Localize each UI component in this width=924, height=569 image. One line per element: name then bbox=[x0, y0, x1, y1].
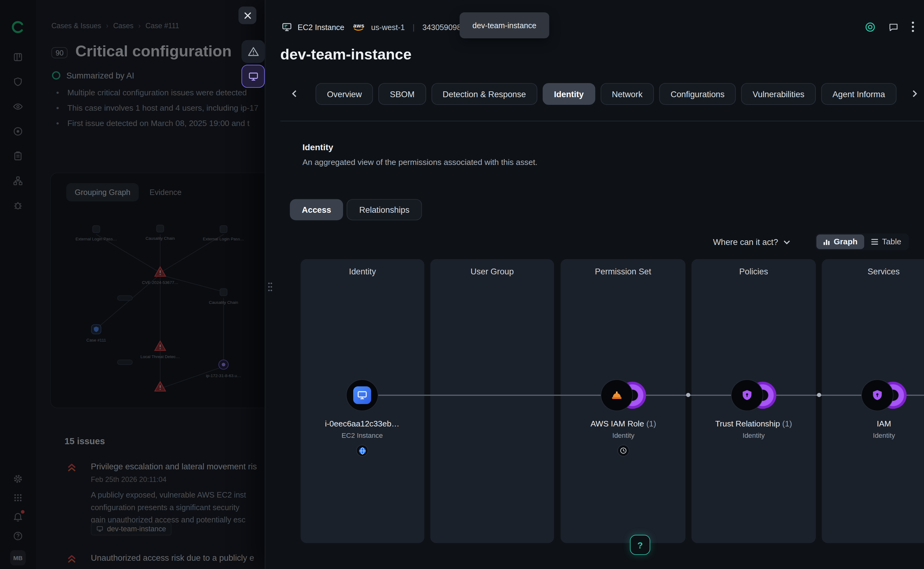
close-drawer-button[interactable] bbox=[239, 6, 256, 24]
where-can-it-act-dropdown[interactable]: Where can it act? bbox=[713, 234, 790, 250]
column-header: User Group bbox=[430, 259, 554, 276]
node-label: Trust Relationship bbox=[715, 419, 780, 428]
iam-role-icon bbox=[609, 388, 624, 402]
node-iam-service[interactable]: IAM Identity bbox=[830, 379, 924, 439]
tab-identity[interactable]: Identity bbox=[543, 83, 595, 105]
monitor-icon bbox=[281, 22, 292, 32]
node-count: (1) bbox=[646, 419, 656, 428]
tab-sbom[interactable]: SBOM bbox=[378, 83, 426, 105]
node-label: i-0eec6aa12c33eb… bbox=[325, 419, 400, 428]
access-mode-toggle: Access Relationships bbox=[290, 199, 422, 220]
tab-detection-response[interactable]: Detection & Response bbox=[432, 83, 537, 105]
drawer-asset-header: EC2 Instance aws us-west-1 | 343059098 bbox=[281, 17, 461, 38]
node-count: (1) bbox=[782, 419, 792, 428]
tab-vulnerabilities[interactable]: Vulnerabilities bbox=[741, 83, 816, 105]
tabs-scroll-right-icon[interactable] bbox=[908, 88, 920, 99]
view-graph-button[interactable]: Graph bbox=[816, 234, 864, 249]
asset-drawer: EC2 Instance aws us-west-1 | 343059098 d… bbox=[265, 0, 924, 569]
column-header: Services bbox=[822, 259, 924, 276]
service-shield-icon bbox=[871, 389, 884, 402]
node-ec2-instance[interactable]: i-0eec6aa12c33eb… EC2 Instance bbox=[309, 379, 416, 456]
node-sublabel: Identity bbox=[830, 432, 924, 439]
mode-relationships-button[interactable]: Relationships bbox=[347, 199, 422, 220]
drawer-tab-alerts[interactable] bbox=[242, 40, 265, 63]
node-label: AWS IAM Role bbox=[590, 419, 644, 428]
radar-scope-icon[interactable] bbox=[865, 21, 875, 34]
table-list-icon bbox=[871, 239, 878, 245]
asset-title: dev-team-instance bbox=[280, 46, 412, 63]
identity-section-description: An aggregated view of the permissions as… bbox=[302, 158, 537, 167]
session-clock-icon bbox=[617, 445, 629, 456]
tabbar-divider bbox=[280, 121, 924, 122]
act-filter-label: Where can it act? bbox=[713, 237, 778, 247]
policy-shield-icon bbox=[740, 389, 754, 402]
node-aws-iam-role[interactable]: AWS IAM Role (1) Identity bbox=[570, 379, 677, 456]
column-header: Permission Set bbox=[561, 259, 685, 276]
connector-dot bbox=[817, 393, 821, 397]
node-trust-relationship[interactable]: Trust Relationship (1) Identity bbox=[700, 379, 807, 439]
graph-table-toggle: Graph Table bbox=[815, 233, 909, 251]
account-id-label: 343059098 bbox=[422, 23, 461, 32]
region-label: us-west-1 bbox=[371, 23, 405, 32]
tabs-scroll-left-icon[interactable] bbox=[288, 88, 300, 99]
asset-name-tooltip: dev-team-instance bbox=[459, 12, 549, 38]
asset-type-label: EC2 Instance bbox=[298, 23, 344, 32]
column-user-group: User Group bbox=[430, 259, 554, 543]
node-sublabel: EC2 Instance bbox=[309, 432, 416, 439]
bar-chart-icon bbox=[823, 238, 830, 245]
app-stage: MB Cases & Issues › Cases › Case #111 90… bbox=[0, 0, 924, 569]
node-sublabel: Identity bbox=[570, 432, 677, 439]
chat-icon[interactable] bbox=[888, 21, 899, 34]
aws-logo-icon: aws bbox=[353, 23, 365, 31]
asset-tab-bar: Overview SBOM Detection & Response Ident… bbox=[315, 83, 897, 105]
close-icon bbox=[243, 11, 251, 19]
chevron-down-icon bbox=[784, 240, 790, 244]
public-globe-icon bbox=[356, 445, 368, 456]
tab-overview[interactable]: Overview bbox=[315, 83, 373, 105]
warning-triangle-icon bbox=[248, 47, 258, 57]
tab-network[interactable]: Network bbox=[600, 83, 654, 105]
monitor-icon bbox=[248, 71, 258, 82]
view-table-button[interactable]: Table bbox=[864, 234, 908, 249]
drawer-tab-asset[interactable] bbox=[242, 65, 265, 88]
tab-agent-information[interactable]: Agent Informa bbox=[821, 83, 897, 105]
drawer-resize-handle[interactable] bbox=[267, 281, 273, 294]
mode-access-button[interactable]: Access bbox=[290, 199, 343, 220]
kebab-menu-icon[interactable] bbox=[912, 21, 915, 35]
tab-configurations[interactable]: Configurations bbox=[659, 83, 736, 105]
identity-section-heading: Identity bbox=[302, 143, 333, 152]
column-header: Policies bbox=[691, 259, 816, 276]
column-header: Identity bbox=[301, 259, 425, 276]
connector-dot bbox=[686, 393, 690, 397]
node-label: IAM bbox=[877, 419, 891, 428]
drawer-actions bbox=[865, 21, 915, 35]
help-button[interactable]: ? bbox=[630, 535, 650, 555]
header-divider: | bbox=[413, 23, 415, 32]
node-sublabel: Identity bbox=[700, 432, 807, 439]
ec2-monitor-icon bbox=[353, 386, 371, 404]
